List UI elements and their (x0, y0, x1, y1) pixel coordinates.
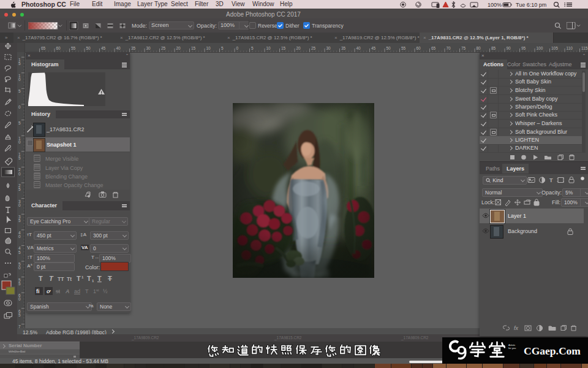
svg-text:15: 15 (281, 46, 286, 50)
svg-text:ad: ad (74, 288, 80, 294)
svg-text:0: 0 (18, 203, 21, 207)
svg-text:5: 5 (18, 121, 21, 125)
svg-text:5: 5 (18, 156, 21, 160)
svg-text:ơ: ơ (47, 288, 51, 294)
svg-text:T: T (49, 275, 54, 282)
svg-text:50: 50 (86, 46, 91, 50)
svg-text:A: A (65, 288, 70, 294)
svg-text:5: 5 (18, 218, 21, 223)
svg-text:T: T (108, 275, 112, 282)
svg-text:45: 45 (371, 46, 376, 50)
svg-text:T: T (77, 275, 81, 282)
svg-text:Tt: Tt (67, 276, 72, 282)
svg-text:40: 40 (116, 46, 121, 50)
svg-text:0: 0 (18, 77, 21, 82)
svg-text:25: 25 (161, 46, 166, 50)
svg-text:40: 40 (356, 46, 361, 50)
svg-text:100%: 100% (488, 2, 502, 8)
svg-text:30: 30 (326, 46, 331, 50)
svg-text:80: 80 (477, 46, 481, 50)
svg-text:T: T (97, 275, 102, 282)
svg-text:fi: fi (36, 288, 40, 294)
svg-text:0: 0 (18, 266, 21, 270)
svg-text:55: 55 (401, 46, 406, 50)
svg-text:5: 5 (18, 282, 21, 286)
svg-text:20: 20 (296, 46, 301, 50)
svg-text:Tue 6:10 pm: Tue 6:10 pm (516, 2, 546, 8)
svg-text:0: 0 (18, 105, 21, 109)
svg-text:65: 65 (431, 46, 436, 50)
svg-text:15: 15 (191, 46, 196, 50)
svg-text:½: ½ (103, 288, 108, 294)
svg-text:5: 5 (251, 46, 254, 50)
svg-text:35: 35 (131, 46, 136, 50)
svg-text:75: 75 (461, 46, 466, 50)
svg-text:0: 0 (18, 140, 21, 144)
svg-text:95: 95 (521, 46, 526, 50)
svg-text:105: 105 (551, 46, 558, 50)
svg-text:55: 55 (71, 46, 76, 50)
svg-text:20: 20 (176, 46, 181, 50)
svg-text:1: 1 (92, 279, 94, 283)
svg-text:0: 0 (18, 297, 21, 301)
svg-text:90: 90 (507, 46, 511, 50)
svg-text:TT: TT (58, 276, 64, 282)
svg-text:0: 0 (236, 46, 239, 50)
svg-text:st: st (96, 288, 99, 292)
svg-text:70: 70 (447, 46, 451, 50)
svg-text:st: st (56, 288, 61, 294)
svg-text:0: 0 (18, 172, 21, 176)
svg-text:T: T (39, 275, 43, 282)
svg-text:5: 5 (18, 187, 21, 191)
svg-text:115: 115 (581, 46, 588, 50)
svg-text:T: T (549, 177, 553, 183)
svg-text:60: 60 (56, 46, 61, 50)
svg-text:5: 5 (18, 61, 21, 66)
svg-text:65: 65 (41, 46, 46, 50)
svg-text:85: 85 (491, 46, 496, 50)
svg-text:5: 5 (18, 313, 21, 317)
svg-text:10: 10 (266, 46, 271, 50)
svg-text:110: 110 (567, 46, 573, 50)
svg-text:25: 25 (311, 46, 316, 50)
svg-text:10: 10 (206, 46, 211, 50)
svg-text:T: T (85, 288, 89, 294)
svg-text:0: 0 (18, 234, 21, 239)
svg-text:1: 1 (81, 275, 84, 279)
svg-text:50: 50 (386, 46, 391, 50)
svg-text:fx: fx (514, 325, 519, 331)
svg-text:35: 35 (341, 46, 346, 50)
svg-text:60: 60 (417, 46, 421, 50)
svg-text:T: T (87, 275, 91, 282)
svg-text:100: 100 (537, 46, 543, 50)
svg-text:5: 5 (221, 46, 224, 50)
svg-text:45: 45 (101, 46, 106, 50)
svg-text:30: 30 (146, 46, 151, 50)
svg-text:5: 5 (18, 250, 21, 255)
svg-text:5: 5 (18, 89, 21, 93)
